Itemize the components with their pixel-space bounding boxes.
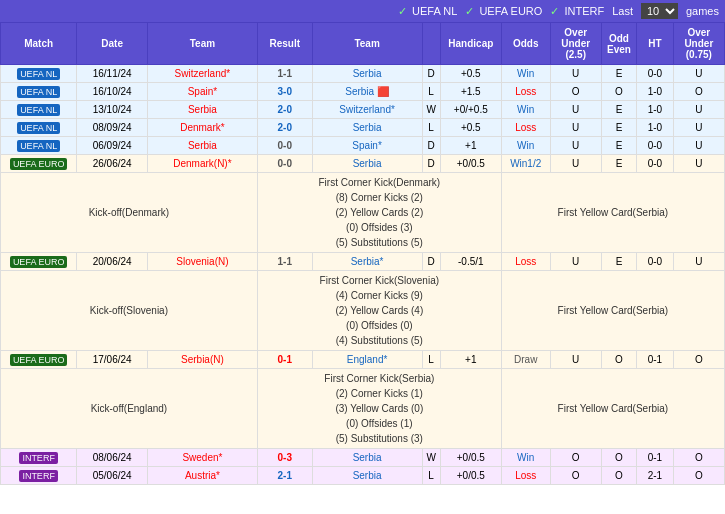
dl-indicator: W: [422, 449, 440, 467]
detail-kickoff: Kick-off(Denmark): [1, 173, 258, 253]
dl-indicator: L: [422, 467, 440, 485]
team1-name: Denmark(N)*: [148, 155, 258, 173]
ou25-value: U: [550, 119, 601, 137]
table-row: UEFA NL 08/09/24 Denmark* 2-0 Serbia L +…: [1, 119, 725, 137]
top-bar: ✓ UEFA NL ✓ UEFA EURO ✓ INTERF Last 10 2…: [0, 0, 725, 22]
header-ou075: Over Under (0.75): [673, 23, 724, 65]
table-row: UEFA EURO 26/06/24 Denmark(N)* 0-0 Serbi…: [1, 155, 725, 173]
team2-name: Serbia*: [312, 253, 422, 271]
team2-name: Serbia: [312, 155, 422, 173]
team2-name: Switzerland*: [312, 101, 422, 119]
ht-score: 0-0: [637, 155, 674, 173]
ou25-value: U: [550, 351, 601, 369]
match-badge: UEFA NL: [1, 83, 77, 101]
match-date: 20/06/24: [77, 253, 148, 271]
team2-name: Spain*: [312, 137, 422, 155]
team1-name: Switzerland*: [148, 65, 258, 83]
detail-corner-info: First Corner Kick(Slovenia) (4) Corner K…: [257, 271, 501, 351]
ht-score: 0-0: [637, 137, 674, 155]
ht-score: 1-0: [637, 101, 674, 119]
oddeven-value: O: [601, 351, 636, 369]
odds-outcome: Win: [501, 449, 550, 467]
match-date: 16/10/24: [77, 83, 148, 101]
ou25-value: O: [550, 83, 601, 101]
match-date: 17/06/24: [77, 351, 148, 369]
match-date: 08/06/24: [77, 449, 148, 467]
match-result: 2-0: [257, 119, 312, 137]
detail-kickoff: Kick-off(Slovenia): [1, 271, 258, 351]
last-select[interactable]: 10 20 50: [641, 3, 678, 19]
match-result: 1-1: [257, 253, 312, 271]
check-euro: ✓ UEFA EURO: [465, 5, 542, 18]
ou075-value: U: [673, 119, 724, 137]
dl-indicator: D: [422, 137, 440, 155]
ou25-value: U: [550, 101, 601, 119]
match-result: 2-1: [257, 467, 312, 485]
match-badge: UEFA EURO: [1, 155, 77, 173]
match-date: 26/06/24: [77, 155, 148, 173]
match-badge: INTERF: [1, 467, 77, 485]
match-date: 06/09/24: [77, 137, 148, 155]
match-result: 0-0: [257, 137, 312, 155]
ou075-value: O: [673, 351, 724, 369]
oddeven-value: O: [601, 449, 636, 467]
detail-row: Kick-off(England) First Corner Kick(Serb…: [1, 369, 725, 449]
odds-outcome: Loss: [501, 467, 550, 485]
detail-kickoff: Kick-off(England): [1, 369, 258, 449]
table-row: UEFA EURO 17/06/24 Serbia(N) 0-1 England…: [1, 351, 725, 369]
match-result: 1-1: [257, 65, 312, 83]
team1-name: Sweden*: [148, 449, 258, 467]
ou075-value: O: [673, 467, 724, 485]
dl-indicator: L: [422, 83, 440, 101]
ou075-value: O: [673, 449, 724, 467]
match-badge: UEFA NL: [1, 119, 77, 137]
ht-score: 1-0: [637, 83, 674, 101]
odds-outcome: Loss: [501, 83, 550, 101]
oddeven-value: E: [601, 253, 636, 271]
match-result: 0-1: [257, 351, 312, 369]
oddeven-value: E: [601, 137, 636, 155]
handicap-value: +0/0.5: [440, 155, 501, 173]
ou25-value: U: [550, 137, 601, 155]
detail-corner-info: First Corner Kick(Denmark) (8) Corner Ki…: [257, 173, 501, 253]
match-badge: UEFA EURO: [1, 253, 77, 271]
team1-name: Austria*: [148, 467, 258, 485]
handicap-value: +0/0.5: [440, 449, 501, 467]
match-badge: UEFA NL: [1, 137, 77, 155]
check-nl: ✓ UEFA NL: [398, 5, 457, 18]
check-interf: ✓ INTERF: [550, 5, 604, 18]
match-badge: UEFA NL: [1, 101, 77, 119]
header-team2: Team: [312, 23, 422, 65]
header-odds: Odds: [501, 23, 550, 65]
table-row: UEFA NL 13/10/24 Serbia 2-0 Switzerland*…: [1, 101, 725, 119]
table-row: INTERF 05/06/24 Austria* 2-1 Serbia L +0…: [1, 467, 725, 485]
ou075-value: U: [673, 137, 724, 155]
ou075-value: U: [673, 101, 724, 119]
detail-corner-info: First Corner Kick(Serbia) (2) Corner Kic…: [257, 369, 501, 449]
ht-score: 1-0: [637, 119, 674, 137]
ou25-value: U: [550, 253, 601, 271]
handicap-value: +1: [440, 137, 501, 155]
table-row: UEFA NL 16/10/24 Spain* 3-0 Serbia 🟥 L +…: [1, 83, 725, 101]
match-date: 13/10/24: [77, 101, 148, 119]
header-date: Date: [77, 23, 148, 65]
oddeven-value: E: [601, 119, 636, 137]
header-match: Match: [1, 23, 77, 65]
odds-outcome: Draw: [501, 351, 550, 369]
table-row: UEFA EURO 20/06/24 Slovenia(N) 1-1 Serbi…: [1, 253, 725, 271]
dl-indicator: D: [422, 253, 440, 271]
team1-name: Spain*: [148, 83, 258, 101]
oddeven-value: O: [601, 467, 636, 485]
ht-score: 0-0: [637, 253, 674, 271]
detail-row: Kick-off(Denmark) First Corner Kick(Denm…: [1, 173, 725, 253]
team2-name: Serbia: [312, 449, 422, 467]
header-oddeven: Odd Even: [601, 23, 636, 65]
team2-name: England*: [312, 351, 422, 369]
ou075-value: U: [673, 155, 724, 173]
ou075-value: O: [673, 83, 724, 101]
match-badge: UEFA NL: [1, 65, 77, 83]
handicap-value: +0/+0.5: [440, 101, 501, 119]
header-dl: [422, 23, 440, 65]
team1-name: Serbia: [148, 137, 258, 155]
team2-name: Serbia 🟥: [312, 83, 422, 101]
